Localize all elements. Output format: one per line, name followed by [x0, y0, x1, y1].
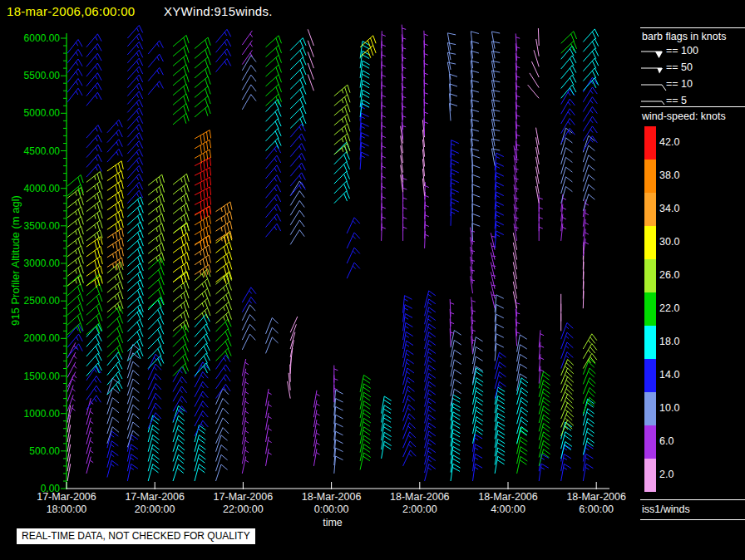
colorbar-swatch: [644, 292, 656, 326]
wind-barb: [67, 256, 83, 267]
wind-barb: [334, 105, 350, 116]
wind-barb: [86, 135, 101, 148]
wind-barb: [148, 346, 164, 359]
wind-barb: [195, 298, 210, 310]
wind-barb: [86, 201, 102, 212]
x-tick-label: 18-Mar-20066:00:00: [550, 491, 642, 516]
page-title: XYWind:915winds.: [164, 4, 273, 18]
wind-barb: [216, 29, 231, 42]
wind-barb: [148, 67, 163, 81]
pennant-flag-icon: [655, 52, 663, 58]
wind-barb: [148, 243, 164, 253]
colorbar-label: 22.0: [659, 302, 679, 316]
wind-barb: [195, 130, 211, 144]
wind-barb: [450, 74, 458, 91]
wind-barb: [290, 86, 306, 99]
wind-barb: [127, 329, 143, 341]
wind-barb: [107, 336, 123, 348]
wind-barb: [447, 62, 456, 80]
wind-barb: [148, 307, 164, 320]
wind-barb: [173, 354, 189, 366]
wind-barb: [67, 217, 83, 228]
wind-barb: [561, 66, 576, 79]
wind-barb: [360, 375, 371, 392]
wind-barb: [86, 334, 101, 347]
wind-barb: [195, 216, 211, 230]
wind-barb: [266, 165, 281, 179]
wind-barb: [107, 371, 122, 385]
wind-barb: [216, 282, 232, 294]
wind-barb: [495, 231, 504, 248]
wind-barb: [216, 59, 231, 72]
wind-barb: [290, 106, 306, 119]
wind-barb: [86, 155, 101, 168]
wind-barb: [86, 125, 101, 139]
wind-barb: [513, 253, 516, 270]
wind-barb: [290, 144, 305, 157]
wind-barb: [290, 47, 306, 60]
x-tick-time: 4:00:00: [462, 504, 554, 516]
wind-barb: [472, 165, 480, 183]
wind-barb: [148, 287, 164, 298]
wind-barb: [290, 57, 306, 70]
wind-barb: [107, 460, 118, 477]
wind-barb: [86, 323, 102, 335]
wind-barb: [173, 45, 189, 56]
wind-barb: [472, 204, 480, 221]
wind-barb: [583, 48, 598, 61]
app-window: { "header": { "datetime": "18-mar-2006,0…: [0, 0, 745, 560]
colorbar-label: 6.0: [659, 435, 673, 449]
data-source: iss1/winds: [642, 504, 690, 515]
wind-barb: [195, 343, 210, 356]
wind-barb: [173, 94, 189, 106]
wind-barb: [195, 37, 210, 49]
wind-barb: [148, 224, 164, 234]
wind-barb: [266, 55, 282, 66]
colorbar-swatch: [644, 259, 656, 292]
colorbar-label: 14.0: [659, 369, 679, 382]
wind-barb: [67, 69, 82, 83]
wind-barb: [561, 56, 576, 69]
wind-barb: [67, 284, 83, 296]
wind-barb: [451, 350, 461, 367]
wind-barb: [266, 224, 281, 237]
wind-barb: [334, 191, 350, 204]
wind-barb: [127, 319, 143, 332]
wind-barb: [216, 273, 232, 284]
y-tick-label: 3000.00: [5, 258, 60, 269]
wind-barb: [266, 449, 272, 466]
wind-barb: [173, 174, 189, 184]
wind-barb: [173, 300, 189, 312]
wind-barb: [173, 184, 189, 194]
wind-barb: [290, 134, 305, 147]
wind-barb: [471, 276, 475, 293]
wind-barb: [382, 441, 392, 459]
wind-barb: [148, 174, 164, 185]
wind-barb: [583, 58, 598, 71]
wind-barb: [195, 158, 211, 171]
wind-barb: [195, 226, 211, 240]
x-tick-label: 17-Mar-200622:00:00: [197, 491, 289, 516]
wind-barb: [473, 346, 483, 364]
wind-barb: [347, 218, 360, 233]
colorbar-label: 10.0: [659, 402, 679, 415]
x-tick-date: 17-Mar-2006: [109, 491, 200, 504]
wind-barb: [290, 67, 306, 80]
wind-barb: [583, 39, 598, 52]
wind-barb: [472, 184, 480, 202]
wind-barb: [425, 231, 429, 248]
wind-barb: [360, 152, 369, 169]
wind-barb: [266, 36, 282, 47]
wind-barb: [86, 230, 102, 241]
wind-barb: [290, 38, 306, 51]
wind-barb: [148, 317, 164, 329]
wind-barb: [513, 262, 516, 279]
wind-barb: [216, 375, 231, 389]
colorbar-swatch: [644, 226, 656, 259]
wind-barb: [216, 39, 231, 52]
wind-barb: [495, 456, 505, 474]
barb-legend-title: barb flags in knots: [642, 31, 726, 42]
wind-profile-chart: [0, 0, 745, 560]
wind-barb: [86, 376, 101, 391]
wind-barb: [173, 74, 189, 86]
